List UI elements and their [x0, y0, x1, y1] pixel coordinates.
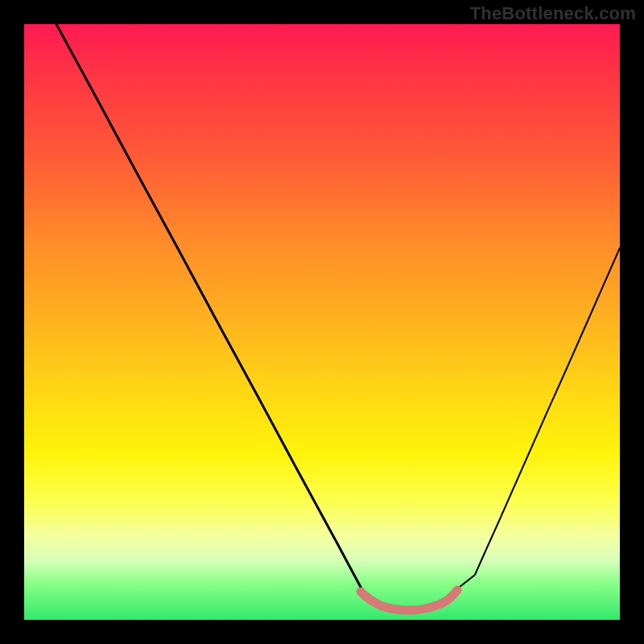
watermark-text: TheBottleneck.com	[470, 3, 636, 24]
curve-overlay	[24, 24, 620, 620]
valley-floor-highlight	[361, 590, 457, 610]
plot-area	[24, 24, 620, 620]
curve-left-branch	[56, 24, 362, 590]
chart-frame: TheBottleneck.com	[0, 0, 644, 644]
curve-right-branch	[456, 248, 620, 590]
